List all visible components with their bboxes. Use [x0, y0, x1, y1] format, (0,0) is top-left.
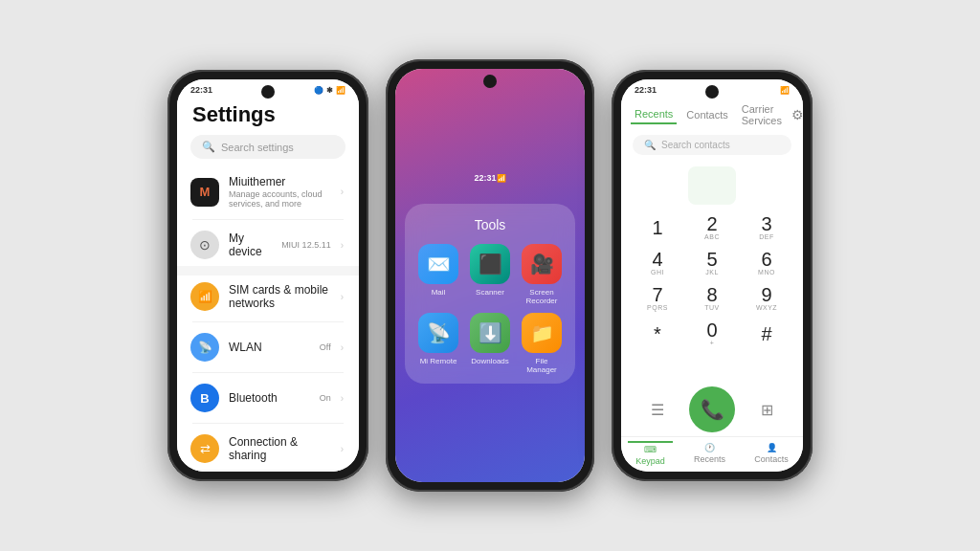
wlan-text: WLAN: [229, 341, 310, 354]
files-icon: 📁: [522, 313, 562, 353]
launcher-screen: 22:31 📶 Tools ✉️ Mail: [395, 69, 585, 482]
key-5[interactable]: 5 JKL: [691, 246, 733, 279]
chevron-icon: ›: [341, 393, 344, 404]
key-6[interactable]: 6 MNO: [746, 246, 788, 279]
key-4[interactable]: 4 GHI: [636, 246, 679, 279]
tab-carrier-services[interactable]: Carrier Services: [738, 100, 786, 129]
sim-icon: 📶: [190, 282, 219, 311]
bluetooth-icon: B: [190, 384, 219, 412]
chevron-icon: ›: [341, 187, 344, 197]
divider: [192, 423, 344, 424]
recorder-icon: 🎥: [522, 244, 562, 284]
status-icons: 📶: [497, 174, 506, 183]
dialer-screen: 22:31 📶 Recents Contacts Carrier Service…: [621, 79, 803, 472]
nav-contacts-label: Contacts: [754, 454, 789, 464]
app-downloads[interactable]: ⬇️ Downloads: [468, 313, 512, 374]
app-scanner[interactable]: ⬛ Scanner: [468, 244, 512, 305]
settings-item-wlan[interactable]: 📡 WLAN Off ›: [177, 326, 359, 368]
files-label: File Manager: [520, 357, 564, 374]
dialer-nav: ⌨ Keypad 🕐 Recents 👤 Contacts: [621, 436, 803, 472]
call-button[interactable]: 📞: [689, 386, 735, 432]
divider: [192, 321, 344, 322]
dialer-screen-wrapper: 22:31 📶 Recents Contacts Carrier Service…: [621, 79, 803, 472]
miremote-icon: 📡: [418, 313, 458, 353]
phone-launcher: 22:31 📶 Tools ✉️ Mail: [386, 59, 594, 492]
divider: [192, 219, 344, 220]
key-3[interactable]: 3 DEF: [746, 210, 788, 244]
avatar-area: [621, 159, 803, 209]
search-placeholder: Search settings: [221, 142, 294, 153]
tab-contacts[interactable]: Contacts: [682, 106, 731, 123]
key-star[interactable]: *: [636, 317, 679, 350]
contacts-search[interactable]: 🔍 Search contacts: [633, 135, 791, 155]
section-gap: [177, 470, 359, 472]
bluetooth-badge: On: [320, 393, 331, 403]
settings-item-sim[interactable]: 📶 SIM cards & mobile networks ›: [177, 276, 359, 318]
phones-container: 22:31 🔵✱📶 Settings 🔍 Search settings M: [0, 0, 980, 551]
app-screen-recorder[interactable]: 🎥 Screen Recorder: [520, 244, 564, 305]
sim-text: SIM cards & mobile networks: [229, 283, 331, 310]
dialpad-grid-icon[interactable]: ⊞: [749, 392, 784, 427]
launcher-screen-wrapper: 22:31 📶 Tools ✉️ Mail: [395, 69, 585, 482]
connection-icon: ⇄: [190, 434, 219, 463]
menu-icon[interactable]: ☰: [640, 392, 675, 427]
tools-folder[interactable]: Tools ✉️ Mail ⬛ Scanner: [405, 204, 575, 384]
status-bar-launcher: 22:31 📶: [460, 167, 519, 185]
settings-search-bar[interactable]: 🔍 Search settings: [190, 135, 345, 159]
settings-title: Settings: [177, 97, 359, 135]
key-9[interactable]: 9 WXYZ: [746, 281, 788, 315]
folder-title: Tools: [416, 217, 564, 232]
keypad-icon: ⌨: [644, 445, 657, 454]
chevron-icon: ›: [341, 444, 344, 454]
phone-dialer: 22:31 📶 Recents Contacts Carrier Service…: [612, 70, 813, 481]
sim-title: SIM cards & mobile networks: [229, 283, 331, 310]
settings-item-mydevice[interactable]: ⊙ My device MIUI 12.5.11 ›: [177, 224, 359, 266]
wlan-badge: Off: [320, 342, 331, 352]
key-hash[interactable]: #: [746, 317, 788, 350]
dialpad-row-4: * 0 + #: [636, 317, 788, 350]
key-0[interactable]: 0 +: [691, 317, 733, 350]
miuithemer-title: Miuithemer: [229, 175, 331, 188]
dialpad-row-3: 7 PQRS 8 TUV 9 WXYZ: [636, 281, 788, 315]
recents-icon: 🕐: [704, 443, 715, 452]
chevron-icon: ›: [341, 240, 344, 251]
time: 22:31: [635, 85, 657, 95]
nav-contacts[interactable]: 👤 Contacts: [746, 441, 796, 468]
app-file-manager[interactable]: 📁 File Manager: [520, 313, 564, 374]
tab-recents[interactable]: Recents: [631, 105, 677, 124]
dialpad-row-1: 1 2 ABC 3 DEF: [636, 210, 788, 244]
miuithemer-sub: Manage accounts, cloud services, and mor…: [229, 189, 331, 209]
downloads-label: Downloads: [471, 357, 509, 365]
scanner-icon: ⬛: [470, 244, 510, 284]
dialer-tabs: Recents Contacts Carrier Services ⚙: [621, 97, 803, 129]
app-mail[interactable]: ✉️ Mail: [416, 244, 460, 305]
chevron-icon: ›: [341, 292, 344, 302]
key-7[interactable]: 7 PQRS: [636, 281, 679, 315]
search-icon: 🔍: [644, 140, 656, 150]
time: 22:31: [474, 173, 496, 183]
nav-keypad[interactable]: ⌨ Keypad: [628, 441, 673, 468]
bluetooth-title: Bluetooth: [229, 391, 310, 405]
key-8[interactable]: 8 TUV: [691, 281, 733, 315]
time: 22:31: [190, 85, 212, 95]
search-placeholder: Search contacts: [661, 140, 730, 150]
notch: [261, 85, 275, 99]
wlan-title: WLAN: [229, 341, 310, 354]
app-mi-remote[interactable]: 📡 Mi Remote: [416, 313, 460, 374]
chevron-icon: ›: [341, 342, 344, 353]
phone-settings: 22:31 🔵✱📶 Settings 🔍 Search settings M: [167, 70, 368, 481]
dialpad: 1 2 ABC 3 DEF: [621, 209, 803, 381]
settings-item-miuithemer[interactable]: M Miuithemer Manage accounts, cloud serv…: [177, 168, 359, 215]
status-icons: 🔵✱📶: [314, 86, 345, 95]
key-2[interactable]: 2 ABC: [691, 210, 733, 244]
downloads-icon: ⬇️: [470, 313, 510, 353]
nav-recents[interactable]: 🕐 Recents: [686, 441, 733, 468]
settings-item-bluetooth[interactable]: B Bluetooth On ›: [177, 377, 359, 419]
wlan-icon: 📡: [190, 333, 219, 362]
gear-icon[interactable]: ⚙: [791, 107, 803, 122]
dialer-bottom-actions: ☰ 📞 ⊞: [621, 381, 803, 436]
key-1[interactable]: 1: [636, 210, 679, 244]
connection-text: Connection & sharing: [229, 435, 331, 462]
miuithemer-text: Miuithemer Manage accounts, cloud servic…: [229, 175, 331, 209]
settings-item-connection[interactable]: ⇄ Connection & sharing ›: [177, 428, 359, 470]
